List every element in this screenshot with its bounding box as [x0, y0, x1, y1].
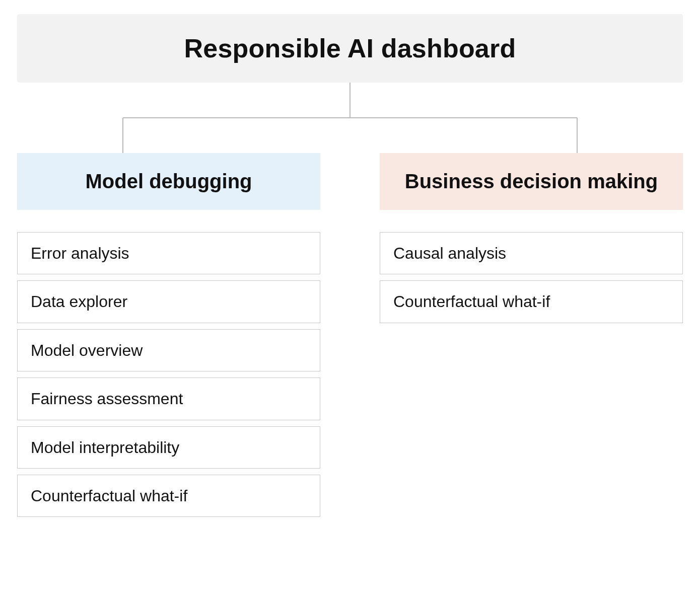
branch-title: Business decision making [405, 170, 658, 192]
branch-business-decision-making: Business decision making Causal analysis… [380, 153, 683, 323]
item-fairness-assessment: Fairness assessment [17, 378, 320, 420]
branch-items-right: Causal analysis Counterfactual what-if [380, 232, 683, 323]
connector-lines-icon [17, 83, 683, 153]
branch-model-debugging: Model debugging Error analysis Data expl… [17, 153, 320, 517]
item-model-interpretability: Model interpretability [17, 426, 320, 469]
root-title: Responsible AI dashboard [184, 34, 516, 63]
item-data-explorer: Data explorer [17, 280, 320, 323]
item-model-overview: Model overview [17, 329, 320, 371]
branch-title: Model debugging [85, 170, 252, 192]
tree-connector [17, 83, 683, 153]
item-counterfactual-what-if-right: Counterfactual what-if [380, 280, 683, 323]
item-error-analysis: Error analysis [17, 232, 320, 274]
branch-items-left: Error analysis Data explorer Model overv… [17, 232, 320, 517]
branch-head-model-debugging: Model debugging [17, 153, 320, 210]
root-node: Responsible AI dashboard [17, 14, 683, 83]
item-counterfactual-what-if-left: Counterfactual what-if [17, 475, 320, 517]
item-causal-analysis: Causal analysis [380, 232, 683, 274]
diagram-root: Responsible AI dashboard Model debugging… [0, 0, 700, 603]
branch-head-business-decision-making: Business decision making [380, 153, 683, 210]
branches-row: Model debugging Error analysis Data expl… [17, 153, 683, 517]
